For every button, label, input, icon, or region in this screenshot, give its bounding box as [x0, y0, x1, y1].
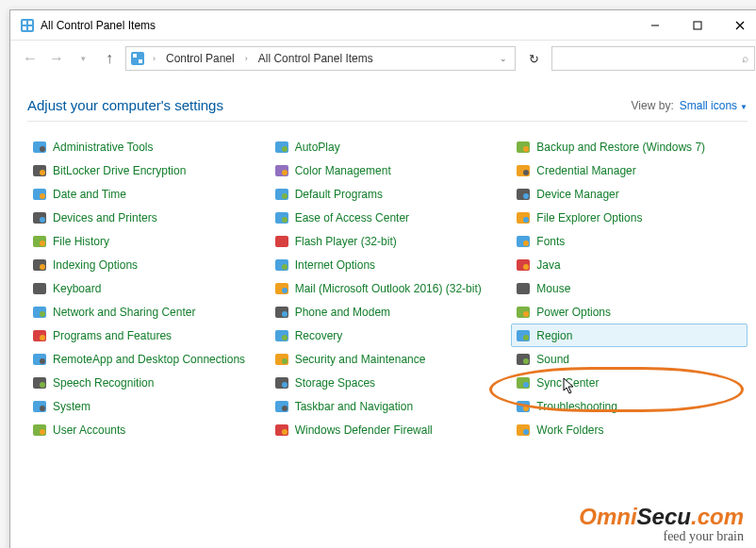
item-storage[interactable]: Storage Spaces	[270, 371, 506, 394]
item-network-sharing[interactable]: Network and Sharing Center	[27, 300, 264, 324]
item-label: File Explorer Options	[536, 211, 642, 224]
item-color-mgmt[interactable]: Color Management	[270, 158, 506, 182]
address-box[interactable]: › Control Panel › All Control Panel Item…	[125, 46, 516, 71]
back-button[interactable]: ←	[20, 48, 41, 69]
item-recovery[interactable]: Recovery	[270, 324, 506, 347]
item-flash[interactable]: Flash Player (32-bit)	[270, 229, 506, 253]
item-label: Default Programs	[295, 188, 383, 201]
item-region[interactable]: Region	[511, 324, 748, 347]
chevron-right-icon: ›	[243, 54, 250, 63]
system-icon	[32, 399, 47, 414]
item-remoteapp[interactable]: RemoteApp and Desktop Connections	[27, 347, 264, 371]
item-speech[interactable]: Speech Recognition	[27, 371, 264, 394]
search-input[interactable]: ⌕	[551, 46, 755, 71]
forward-button[interactable]: →	[46, 48, 67, 69]
item-admin-tools[interactable]: Administrative Tools	[27, 135, 264, 158]
item-security[interactable]: Security and Maintenance	[270, 347, 506, 371]
recent-dropdown[interactable]: ▾	[73, 48, 93, 69]
minimize-button[interactable]	[633, 11, 676, 40]
breadcrumb-all-items[interactable]: All Control Panel Items	[255, 50, 376, 67]
svg-rect-2	[28, 21, 32, 25]
svg-point-23	[40, 264, 45, 270]
explorer-opts-icon	[516, 210, 531, 225]
item-label: Ease of Access Center	[295, 211, 409, 224]
work-folders-icon	[516, 423, 531, 438]
svg-point-27	[40, 311, 45, 317]
item-user-accounts[interactable]: User Accounts	[27, 418, 264, 441]
item-devices-printers[interactable]: Devices and Printers	[27, 206, 264, 229]
item-label: System	[53, 400, 90, 413]
item-autoplay[interactable]: AutoPlay	[270, 135, 506, 158]
svg-point-77	[523, 288, 529, 293]
item-explorer-opts[interactable]: File Explorer Options	[511, 206, 748, 229]
item-date-time[interactable]: Date and Time	[27, 182, 264, 206]
item-system[interactable]: System	[27, 394, 264, 418]
item-fonts[interactable]: Fonts	[511, 229, 748, 253]
item-phone-modem[interactable]: Phone and Modem	[270, 300, 506, 324]
svg-point-39	[282, 146, 288, 152]
breadcrumb-control-panel[interactable]: Control Panel	[163, 50, 238, 67]
item-mouse[interactable]: Mouse	[511, 276, 748, 300]
svg-point-75	[523, 264, 529, 270]
sync-icon	[516, 375, 531, 390]
svg-rect-4	[28, 26, 32, 30]
svg-point-45	[282, 217, 288, 223]
svg-point-73	[523, 241, 529, 246]
svg-point-13	[40, 146, 45, 152]
item-label: Storage Spaces	[295, 376, 375, 390]
control-panel-icon	[130, 51, 145, 66]
item-java[interactable]: Java	[511, 253, 748, 276]
item-work-folders[interactable]: Work Folders	[511, 418, 748, 441]
address-dropdown[interactable]: ⌄	[496, 54, 511, 63]
item-file-history[interactable]: File History	[27, 229, 264, 253]
refresh-button[interactable]: ↻	[521, 46, 546, 71]
item-device-mgr[interactable]: Device Manager	[511, 182, 748, 206]
svg-rect-10	[133, 54, 137, 58]
svg-point-85	[523, 382, 529, 388]
maximize-button[interactable]	[676, 11, 718, 40]
autoplay-icon	[274, 140, 289, 155]
security-icon	[274, 352, 289, 367]
item-internet[interactable]: Internet Options	[270, 253, 506, 276]
svg-point-15	[40, 170, 45, 175]
bitlocker-icon	[32, 163, 47, 178]
content-area: Adjust your computer's settings View by:…	[10, 76, 756, 441]
item-label: Sync Center	[536, 376, 599, 390]
close-button[interactable]	[718, 11, 756, 40]
item-default-programs[interactable]: Default Programs	[270, 182, 506, 206]
svg-point-19	[40, 217, 45, 223]
svg-point-89	[523, 429, 529, 435]
item-troubleshoot[interactable]: Troubleshooting	[511, 394, 748, 418]
item-programs-features[interactable]: Programs and Features	[27, 324, 264, 347]
item-sound[interactable]: Sound	[511, 347, 748, 371]
item-mail[interactable]: Mail (Microsoft Outlook 2016) (32-bit)	[270, 276, 506, 300]
item-ease-access[interactable]: Ease of Access Center	[270, 206, 506, 229]
search-icon: ⌕	[742, 52, 748, 65]
window-title: All Control Panel Items	[41, 19, 156, 32]
item-label: Security and Maintenance	[295, 353, 426, 366]
item-label: BitLocker Drive Encryption	[53, 164, 186, 177]
item-label: Date and Time	[53, 188, 126, 201]
network-sharing-icon	[32, 305, 47, 320]
item-defender[interactable]: Windows Defender Firewall	[270, 418, 506, 441]
file-history-icon	[32, 234, 47, 249]
item-backup[interactable]: Backup and Restore (Windows 7)	[511, 135, 748, 158]
item-taskbar[interactable]: Taskbar and Navigation	[270, 394, 506, 418]
troubleshoot-icon	[516, 399, 531, 414]
divider	[27, 121, 748, 122]
item-label: Fonts	[536, 235, 565, 248]
item-sync[interactable]: Sync Center	[511, 371, 748, 394]
item-keyboard[interactable]: Keyboard	[27, 276, 264, 300]
item-bitlocker[interactable]: BitLocker Drive Encryption	[27, 158, 264, 182]
item-label: Devices and Printers	[53, 211, 157, 224]
item-indexing[interactable]: Indexing Options	[27, 253, 264, 276]
up-button[interactable]: ↑	[99, 48, 120, 69]
view-by-dropdown[interactable]: Small icons▼	[680, 99, 748, 112]
item-label: Mouse	[536, 282, 570, 295]
item-power[interactable]: Power Options	[511, 300, 748, 324]
svg-point-29	[40, 335, 45, 340]
backup-icon	[516, 140, 531, 155]
recovery-icon	[274, 328, 289, 343]
item-credential[interactable]: Credential Manager	[511, 158, 748, 182]
svg-point-21	[40, 241, 45, 246]
